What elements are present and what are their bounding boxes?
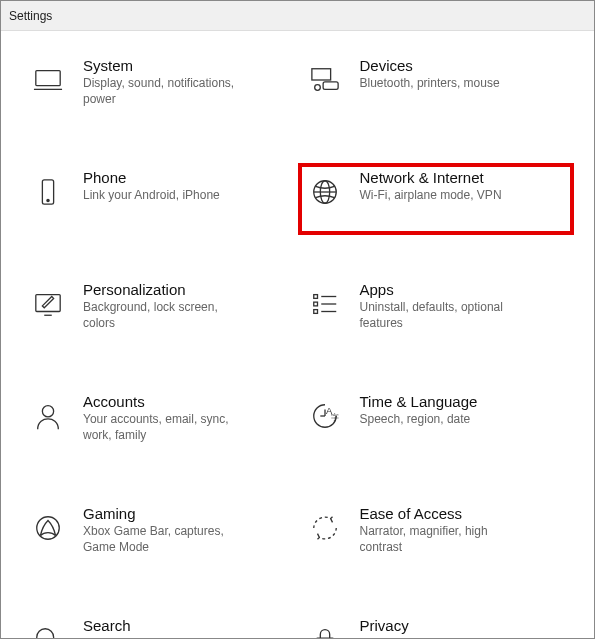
tile-text: Accounts Your accounts, email, sync, wor… (83, 393, 253, 443)
tile-title: Gaming (83, 505, 253, 522)
svg-rect-12 (313, 295, 317, 299)
personalization-icon (27, 283, 69, 325)
tile-text: Personalization Background, lock screen,… (83, 281, 253, 331)
settings-grid: System Display, sound, notifications, po… (21, 51, 574, 639)
tile-accounts[interactable]: Accounts Your accounts, email, sync, wor… (21, 387, 298, 459)
tile-title: Ease of Access (360, 505, 530, 522)
tile-devices[interactable]: Devices Bluetooth, printers, mouse (298, 51, 575, 123)
tile-phone[interactable]: Phone Link your Android, iPhone (21, 163, 298, 235)
tile-subtitle: Link your Android, iPhone (83, 188, 220, 204)
network-icon (304, 171, 346, 213)
search-icon (27, 619, 69, 639)
accounts-icon (27, 395, 69, 437)
tile-title: System (83, 57, 253, 74)
tile-apps[interactable]: Apps Uninstall, defaults, optional featu… (298, 275, 575, 347)
svg-point-24 (37, 629, 54, 639)
tile-title: Time & Language (360, 393, 478, 410)
time-language-icon: A字 (304, 395, 346, 437)
tile-system[interactable]: System Display, sound, notifications, po… (21, 51, 298, 123)
tile-text: Ease of Access Narrator, magnifier, high… (360, 505, 530, 555)
tile-text: Apps Uninstall, defaults, optional featu… (360, 281, 530, 331)
phone-icon (27, 171, 69, 213)
svg-rect-10 (36, 295, 60, 312)
tile-personalization[interactable]: Personalization Background, lock screen,… (21, 275, 298, 347)
gaming-icon (27, 507, 69, 549)
tile-title: Phone (83, 169, 220, 186)
tile-title: Accounts (83, 393, 253, 410)
tile-title: Personalization (83, 281, 253, 298)
svg-rect-14 (313, 302, 317, 306)
tile-text: Privacy Location, camera, microphone (360, 617, 521, 639)
window-titlebar: Settings (1, 1, 594, 31)
tile-text: Time & Language Speech, region, date (360, 393, 478, 428)
tile-subtitle: Bluetooth, printers, mouse (360, 76, 500, 92)
svg-point-18 (42, 406, 53, 417)
tile-text: System Display, sound, notifications, po… (83, 57, 253, 107)
tile-title: Search (83, 617, 221, 634)
tile-text: Devices Bluetooth, printers, mouse (360, 57, 500, 92)
tile-search[interactable]: Search Find my files, permissions (21, 611, 298, 639)
svg-text:字: 字 (330, 413, 338, 422)
svg-rect-2 (311, 69, 330, 80)
tile-title: Privacy (360, 617, 521, 634)
tile-subtitle: Wi-Fi, airplane mode, VPN (360, 188, 502, 204)
tile-text: Gaming Xbox Game Bar, captures, Game Mod… (83, 505, 253, 555)
svg-rect-3 (323, 82, 338, 90)
tile-subtitle: Uninstall, defaults, optional features (360, 300, 530, 331)
privacy-icon (304, 619, 346, 639)
tile-subtitle: Narrator, magnifier, high contrast (360, 524, 530, 555)
tile-subtitle: Background, lock screen, colors (83, 300, 253, 331)
tile-subtitle: Your accounts, email, sync, work, family (83, 412, 253, 443)
svg-point-6 (47, 199, 49, 201)
devices-icon (304, 59, 346, 101)
tile-text: Phone Link your Android, iPhone (83, 169, 220, 204)
tile-subtitle: Display, sound, notifications, power (83, 76, 253, 107)
settings-content: System Display, sound, notifications, po… (1, 31, 594, 639)
tile-title: Apps (360, 281, 530, 298)
svg-rect-16 (313, 310, 317, 314)
window-title: Settings (9, 9, 52, 23)
tile-title: Devices (360, 57, 500, 74)
svg-point-4 (314, 85, 320, 91)
svg-rect-0 (36, 71, 60, 86)
tile-text: Search Find my files, permissions (83, 617, 221, 639)
tile-network[interactable]: Network & Internet Wi-Fi, airplane mode,… (298, 163, 575, 235)
system-icon (27, 59, 69, 101)
tile-subtitle: Speech, region, date (360, 412, 478, 428)
ease-of-access-icon (304, 507, 346, 549)
tile-time-language[interactable]: A字 Time & Language Speech, region, date (298, 387, 575, 459)
tile-subtitle: Xbox Game Bar, captures, Game Mode (83, 524, 253, 555)
tile-title: Network & Internet (360, 169, 502, 186)
tile-ease-of-access[interactable]: Ease of Access Narrator, magnifier, high… (298, 499, 575, 571)
tile-privacy[interactable]: Privacy Location, camera, microphone (298, 611, 575, 639)
tile-gaming[interactable]: Gaming Xbox Game Bar, captures, Game Mod… (21, 499, 298, 571)
apps-icon (304, 283, 346, 325)
tile-text: Network & Internet Wi-Fi, airplane mode,… (360, 169, 502, 204)
